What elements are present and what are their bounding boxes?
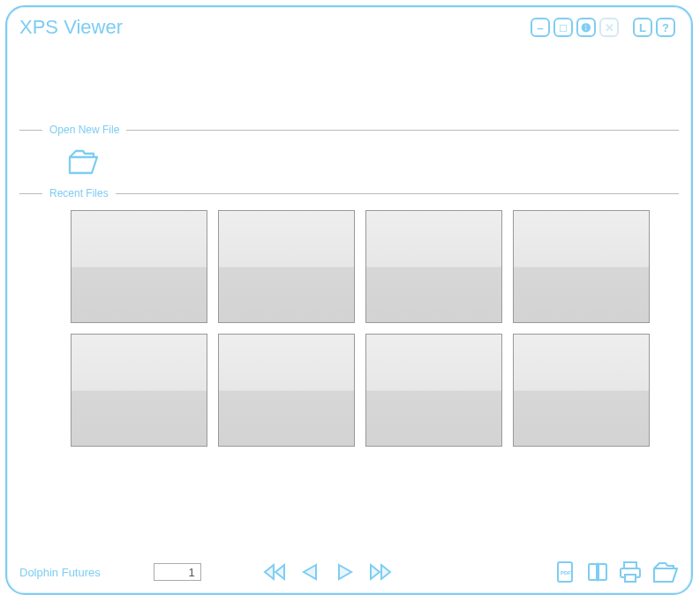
app-window: XPS Viewer – □ ❶ ✕ L ?	[5, 5, 693, 595]
help-icon: ?	[662, 21, 669, 34]
titlebar: XPS Viewer – □ ❶ ✕ L ?	[7, 7, 691, 42]
close-button: ✕	[599, 18, 619, 37]
recent-file-thumb[interactable]	[365, 210, 502, 323]
print-button[interactable]	[617, 560, 644, 584]
language-icon: L	[639, 21, 646, 34]
recent-files-label: Recent Files	[49, 187, 109, 199]
maximize-button[interactable]: □	[553, 18, 573, 37]
svg-rect-2	[589, 564, 597, 580]
recent-file-thumb[interactable]	[71, 210, 207, 323]
recent-file-thumb[interactable]	[513, 334, 650, 447]
recent-file-thumb[interactable]	[218, 210, 355, 323]
language-button[interactable]: L	[633, 18, 652, 37]
page-number-input[interactable]	[154, 563, 201, 581]
help-button[interactable]: ?	[656, 18, 675, 37]
svg-rect-4	[624, 562, 636, 568]
page-navigation	[263, 561, 392, 583]
svg-rect-3	[598, 564, 606, 580]
open-file-button[interactable]	[67, 147, 102, 177]
minimize-button[interactable]: –	[531, 18, 550, 37]
svg-rect-6	[625, 575, 636, 582]
export-pdf-button[interactable]: PDF	[553, 560, 578, 584]
next-page-button[interactable]	[334, 561, 355, 583]
recent-files-grid	[19, 205, 679, 447]
recent-files-header: Recent Files	[19, 187, 679, 199]
recent-file-thumb[interactable]	[365, 334, 502, 447]
first-page-button[interactable]	[263, 561, 288, 583]
recent-file-thumb[interactable]	[513, 210, 650, 323]
info-icon: ❶	[581, 21, 591, 34]
recent-file-thumb[interactable]	[71, 334, 207, 447]
open-new-file-header: Open New File	[19, 124, 679, 136]
recent-file-thumb[interactable]	[218, 334, 355, 447]
info-button[interactable]: ❶	[576, 18, 596, 37]
last-page-button[interactable]	[367, 561, 392, 583]
app-title: XPS Viewer	[19, 16, 123, 39]
page-layout-button[interactable]	[585, 560, 610, 584]
open-new-file-label: Open New File	[49, 124, 119, 136]
titlebar-controls: – □ ❶ ✕ L ?	[531, 18, 675, 37]
content-area: Open New File Recent Files Dolphin	[7, 42, 691, 593]
prev-page-button[interactable]	[300, 561, 321, 583]
open-file-footer-button[interactable]	[651, 560, 679, 584]
brand-label: Dolphin Futures	[19, 566, 101, 579]
folder-open-icon	[67, 147, 102, 177]
footer-bar: Dolphin Futures	[19, 560, 679, 584]
footer-tools: PDF	[553, 560, 679, 584]
close-icon: ✕	[605, 21, 614, 34]
svg-text:PDF: PDF	[561, 570, 571, 576]
maximize-icon: □	[560, 21, 567, 34]
minimize-icon: –	[537, 21, 543, 34]
